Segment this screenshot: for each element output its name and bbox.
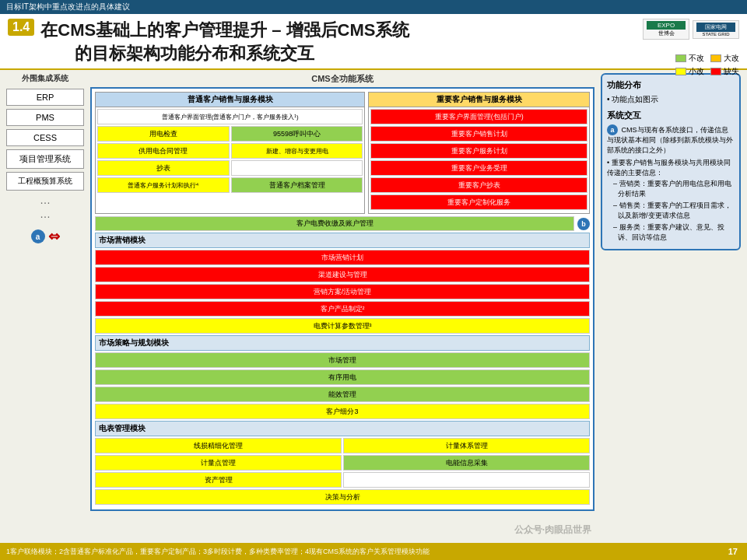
cell-important-sales-plan: 重要客户销售计划 xyxy=(370,126,587,142)
meter-module-section: 电表管理模块 线损精细化管理 计量体系管理 计量点管理 电能信息采集 资产管理 xyxy=(95,421,590,488)
info-system-title: 系统交互 xyxy=(607,110,735,121)
important-customer-content: 重要客户界面管理(包括门户) 重要客户销售计划 重要客户服务计划 重要客户业务受… xyxy=(369,107,589,213)
header-subtitle: 的目标架构功能分布和系统交互 xyxy=(75,42,409,65)
legend-row-1: 不改 大改 xyxy=(675,53,739,64)
section-number: 1.4 xyxy=(8,19,34,36)
sidebar-item-cess[interactable]: CESS xyxy=(6,129,84,146)
sidebar-item-pms[interactable]: PMS xyxy=(6,109,84,126)
marketing-row-4: 客户产品制定² xyxy=(95,301,590,317)
info-box: 功能分布 • 功能点如图示 系统交互 a CMS与现有各系统接口，传递信息与现状… xyxy=(601,73,741,250)
logo-expo: EXPO 世博会 xyxy=(643,19,689,40)
cell-service-plan: 普通客户服务计划和执行⁴ xyxy=(97,177,230,193)
cell-meter-read: 抄表 xyxy=(97,160,230,176)
legend-label-orange: 大改 xyxy=(724,53,739,64)
cell-archive: 普通客户档案管理 xyxy=(231,177,363,193)
strategy-row-4: 客户细分3 xyxy=(95,404,590,419)
arrow-area: a ⇔ xyxy=(6,228,84,245)
cell-important-business: 重要客户业务受理 xyxy=(370,160,587,176)
bottom-footnote: 1客户联络模块；2含普通客户标准化产品，重要客户定制产品；3多时段计费，多种类费… xyxy=(6,547,430,557)
cell-important-portal: 重要客户界面管理(包括门户) xyxy=(370,109,587,124)
market-strategy-section: 市场策略与规划模块 市场管理 有序用电 能效管理 客户细分3 xyxy=(95,335,590,419)
sidebar-item-erp[interactable]: ERP xyxy=(6,89,84,106)
watermark: 公众号·肉眼品世界 xyxy=(514,523,591,537)
legend-label-yellow: 小改 xyxy=(689,66,704,77)
dash-item-1: 营销类：重要客户的用电信息和用电分析结果 xyxy=(613,179,735,199)
marketing-row-1: 市场营销计划 xyxy=(95,250,590,265)
legend-no-change: 不改 xyxy=(675,53,704,64)
sidebar-dots-2: … xyxy=(6,208,84,220)
legend-row-2: 小改 缺失 xyxy=(675,66,739,77)
legend-small-change: 小改 xyxy=(675,66,704,77)
marketing-row-5: 电费计算参数管理³ xyxy=(95,318,590,334)
legend-label-red: 缺失 xyxy=(724,66,739,77)
top-bar: 目标IT架构中重点改进点的具体建议 xyxy=(0,0,747,14)
market-strategy-header: 市场策略与规划模块 xyxy=(95,335,590,351)
customer-fee-cell: 客户电费收缴及账户管理 xyxy=(95,216,574,231)
cell-contract: 供用电合同管理 xyxy=(97,143,230,159)
cell-efficiency: 能效管理 xyxy=(95,387,590,402)
cell-empty-2 xyxy=(343,472,590,488)
cell-market-mgmt: 市场管理 xyxy=(95,352,590,368)
meter-row-2: 计量点管理 电能信息采集 xyxy=(95,455,590,471)
cell-important-service-plan: 重要客户服务计划 xyxy=(370,143,587,159)
market-marketing-section: 市场营销模块 市场营销计划 渠道建设与管理 营销方案/活动管理 客户产品制定² … xyxy=(95,233,590,334)
general-customer-module: 普通客户销售与服务模块 普通客户界面管理(普通客户门户，客户服务接入¹) 用电检… xyxy=(95,92,365,214)
meter-row-1: 线损精细化管理 计量体系管理 xyxy=(95,438,590,453)
cell-channel-mgmt: 渠道建设与管理 xyxy=(95,267,590,282)
cell-decision: 决策与分析 xyxy=(95,489,590,505)
cell-product-design: 客户产品制定² xyxy=(95,301,590,317)
left-sidebar: 外围集成系统 ERP PMS CESS 项目管理系统 工程概预算系统 … … a… xyxy=(6,73,84,538)
sidebar-item-project[interactable]: 项目管理系统 xyxy=(6,149,84,169)
header-title: 在CMS基础上的客户管理提升 – 增强后CMS系统 xyxy=(40,20,409,40)
cell-line-loss: 线损精细化管理 xyxy=(95,438,342,453)
cell-campaign-mgmt: 营销方案/活动管理 xyxy=(95,284,590,299)
marketing-row-3: 营销方案/活动管理 xyxy=(95,284,590,299)
cms-outer-border: 普通客户销售与服务模块 普通客户界面管理(普通客户门户，客户服务接入¹) 用电检… xyxy=(90,87,594,511)
top-modules-row: 普通客户销售与服务模块 普通客户界面管理(普通客户门户，客户服务接入¹) 用电检… xyxy=(95,92,590,214)
main-content: 外围集成系统 ERP PMS CESS 项目管理系统 工程概预算系统 … … a… xyxy=(0,70,747,541)
top-bar-title: 目标IT架构中重点改进点的具体建议 xyxy=(6,2,130,12)
circle-b-badge: b xyxy=(577,218,590,230)
cms-area: CMS全功能系统 普通客户销售与服务模块 普通客户界面管理(普通客户门户，客户服… xyxy=(90,73,594,538)
legend-big-change: 大改 xyxy=(710,53,739,64)
dash-item-2: 销售类：重要客户的工程项目需求，以及新增/变更请求信息 xyxy=(613,201,735,221)
legend-label-green: 不改 xyxy=(689,53,704,64)
strategy-row-3: 能效管理 xyxy=(95,387,590,402)
meter-row-3: 资产管理 xyxy=(95,472,590,488)
cell-95598: 95598呼叫中心 xyxy=(231,126,363,142)
general-row-5: 普通客户服务计划和执行⁴ 普通客户档案管理 xyxy=(97,177,363,193)
legend-area: 不改 大改 小改 缺失 xyxy=(675,53,739,77)
cell-empty xyxy=(231,160,363,176)
cell-electric-check: 用电检查 xyxy=(97,126,230,142)
cell-asset-mgmt: 资产管理 xyxy=(95,472,342,488)
cell-energy-info: 电能信息采集 xyxy=(343,455,590,471)
cell-important-meter: 重要客户抄表 xyxy=(370,177,587,193)
important-customer-header: 重要客户销售与服务模块 xyxy=(369,93,589,107)
customer-fee-row: 客户电费收缴及账户管理 b xyxy=(95,216,590,231)
strategy-row-1: 市场管理 xyxy=(95,352,590,368)
double-arrow-icon: ⇔ xyxy=(48,228,60,245)
circle-a-badge: a xyxy=(31,229,45,243)
cms-title: CMS全功能系统 xyxy=(90,73,594,85)
info-func-desc: • 功能点如图示 xyxy=(607,94,735,105)
sidebar-item-engineering[interactable]: 工程概预算系统 xyxy=(6,172,84,191)
right-info-panel: 功能分布 • 功能点如图示 系统交互 a CMS与现有各系统接口，传递信息与现状… xyxy=(601,73,741,538)
info-item-b: • 重要客户销售与服务模块与共用模块同传递的主要信息： xyxy=(607,158,735,177)
cell-new-capacity: 新建、增容与变更用电 xyxy=(231,143,363,159)
general-row-4: 抄表 xyxy=(97,160,363,176)
info-b-text1: • 重要客户销售与服务模块与共用模块同传递的主要信息： xyxy=(607,159,731,177)
cell-metering-system: 计量体系管理 xyxy=(343,438,590,453)
meter-module-header: 电表管理模块 xyxy=(95,421,590,436)
general-row-3: 供用电合同管理 新建、增容与变更用电 xyxy=(97,143,363,159)
info-func-title: 功能分布 xyxy=(607,79,735,91)
circle-a-info: a xyxy=(607,124,618,135)
legend-color-green xyxy=(675,54,686,62)
decision-row: 决策与分析 xyxy=(95,489,590,505)
header: 1.4 在CMS基础上的客户管理提升 – 增强后CMS系统 的目标架构功能分布和… xyxy=(0,14,747,70)
legend-color-orange xyxy=(710,54,721,62)
cell-metering-point: 计量点管理 xyxy=(95,455,342,471)
general-customer-header: 普通客户销售与服务模块 xyxy=(96,93,364,107)
cell-important-custom: 重要客户定制化服务 xyxy=(370,194,587,210)
legend-color-red xyxy=(710,68,721,75)
cell-tariff-param: 电费计算参数管理³ xyxy=(95,318,590,334)
